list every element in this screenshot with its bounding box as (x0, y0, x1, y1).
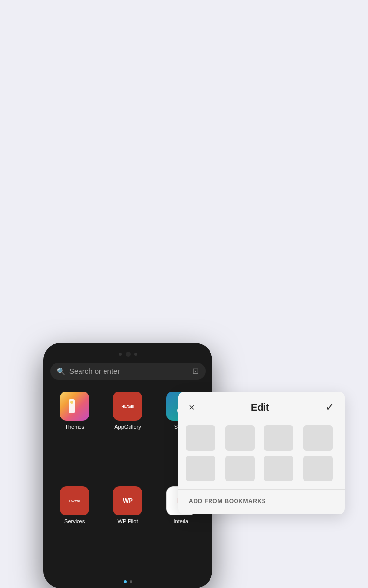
wppilot-logo: WP (123, 497, 133, 504)
qr-icon: ⊡ (192, 367, 199, 376)
thumb-4[interactable] (303, 425, 333, 451)
thumb-1[interactable] (186, 425, 215, 451)
app-icon-services: HUAWEI (60, 486, 89, 515)
page-dots (43, 575, 212, 588)
page-dot-2 (130, 580, 132, 583)
thumb-7[interactable] (264, 456, 293, 481)
app-item-services[interactable]: HUAWEI Services (48, 481, 101, 576)
thumb-5[interactable] (186, 456, 215, 481)
app-icon-wppilot: WP (113, 486, 142, 515)
thumb-6[interactable] (225, 456, 255, 481)
phone-camera (126, 352, 131, 357)
app-label-appgallery: AppGallery (114, 424, 141, 430)
add-bookmarks-label: ADD FROM BOOKMARKS (189, 498, 266, 505)
app-item-themes[interactable]: Themes (48, 387, 101, 481)
app-item-appgallery[interactable]: HUAWEI AppGallery (101, 387, 154, 481)
app-item-wppilot[interactable]: WP WP Pilot (101, 481, 154, 576)
services-logo: HUAWEI (69, 499, 80, 502)
edit-confirm-button[interactable]: ✓ (325, 401, 334, 414)
app-label-services: Services (64, 518, 85, 524)
page-dot-1 (124, 580, 127, 583)
app-label-wppilot: WP Pilot (118, 518, 138, 524)
edit-title: Edit (251, 402, 269, 413)
edit-panel: × Edit ✓ ADD FROM BOOKMARKS (178, 392, 345, 514)
app-icon-appgallery: HUAWEI (113, 392, 142, 421)
edit-close-button[interactable]: × (189, 402, 195, 413)
search-placeholder: Search or enter (69, 367, 188, 375)
thumb-2[interactable] (225, 425, 255, 451)
search-bar[interactable]: 🔍 Search or enter ⊡ (50, 363, 206, 380)
app-label-themes: Themes (65, 424, 84, 430)
app-icon-themes (60, 392, 89, 421)
phone-sensor (119, 353, 122, 356)
add-bookmarks-section[interactable]: ADD FROM BOOKMARKS (178, 489, 345, 514)
appgallery-logo: HUAWEI (121, 405, 134, 408)
search-icon: 🔍 (57, 368, 65, 375)
app-label-interia: Interia (174, 518, 189, 524)
phone-sensor2 (134, 353, 137, 356)
edit-header: × Edit ✓ (178, 392, 345, 420)
thumb-8[interactable] (303, 456, 333, 481)
thumbnail-grid (178, 420, 345, 489)
thumb-3[interactable] (264, 425, 293, 451)
svg-point-1 (70, 401, 73, 404)
phone-topbar (43, 348, 212, 359)
